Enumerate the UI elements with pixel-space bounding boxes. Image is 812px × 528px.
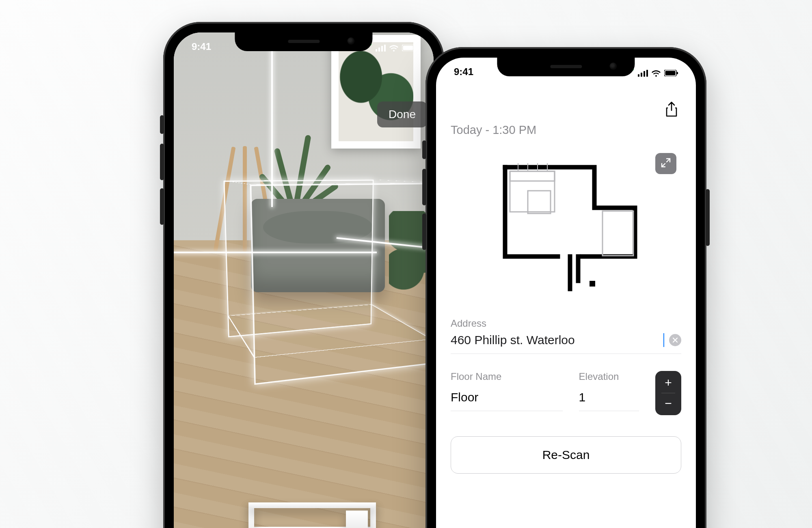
status-icons: [369, 43, 416, 53]
svg-rect-8: [641, 73, 642, 77]
floorplan-preview[interactable]: [451, 153, 681, 303]
wifi-icon: [651, 70, 661, 77]
svg-rect-1: [378, 47, 380, 52]
share-icon: [665, 101, 678, 119]
svg-rect-18: [603, 211, 633, 256]
stepper-minus-button[interactable]: −: [655, 396, 681, 411]
battery-icon: [664, 70, 678, 76]
mini-3d-floorplan: [232, 478, 411, 528]
svg-rect-5: [403, 46, 413, 50]
scan-timestamp: Today - 1:30 PM: [451, 123, 681, 137]
svg-rect-9: [644, 71, 645, 77]
phone-notch: [235, 32, 372, 51]
expand-floorplan-button[interactable]: [655, 153, 676, 174]
phone-floorplan-edit: 9:41: [425, 47, 706, 528]
phone-edit-screen: 9:41: [436, 58, 696, 528]
svg-rect-16: [510, 171, 555, 181]
svg-rect-14: [590, 281, 595, 287]
svg-rect-6: [415, 47, 416, 49]
floor-name-input[interactable]: [451, 386, 563, 411]
elevation-stepper: + −: [655, 371, 681, 415]
share-button[interactable]: [663, 101, 680, 119]
svg-rect-13: [677, 72, 678, 74]
svg-rect-2: [381, 46, 383, 52]
ar-bounding-cube: [237, 183, 408, 353]
cellular-signal-icon: [376, 45, 386, 52]
svg-rect-12: [665, 71, 676, 75]
svg-rect-0: [376, 49, 377, 52]
svg-rect-17: [528, 191, 551, 213]
phone-ar-scan: 9:41: [163, 22, 444, 528]
clear-address-button[interactable]: [669, 334, 681, 346]
address-input[interactable]: [451, 333, 665, 347]
floor-name-label: Floor Name: [451, 371, 563, 382]
done-button[interactable]: Done: [377, 101, 427, 127]
svg-rect-10: [646, 70, 648, 77]
status-icons: [631, 68, 678, 78]
x-icon: [672, 336, 678, 344]
rescan-button-label: Re-Scan: [542, 448, 590, 461]
done-button-label: Done: [389, 108, 416, 121]
cellular-signal-icon: [638, 70, 648, 77]
address-label: Address: [451, 318, 681, 329]
phone-ar-screen: 9:41: [174, 32, 434, 528]
svg-rect-15: [510, 171, 555, 212]
battery-icon: [402, 45, 416, 51]
phone-notch: [497, 58, 635, 76]
svg-rect-7: [638, 74, 639, 77]
wifi-icon: [389, 45, 399, 52]
stepper-plus-button[interactable]: +: [655, 375, 681, 390]
elevation-input[interactable]: [579, 386, 639, 411]
status-time: 9:41: [192, 41, 211, 52]
expand-icon: [661, 157, 671, 170]
floorplan-svg: [489, 159, 643, 297]
rescan-button[interactable]: Re-Scan: [451, 436, 681, 474]
status-time: 9:41: [454, 66, 473, 78]
elevation-label: Elevation: [579, 371, 639, 382]
text-cursor: [663, 333, 664, 347]
svg-rect-3: [384, 45, 386, 52]
